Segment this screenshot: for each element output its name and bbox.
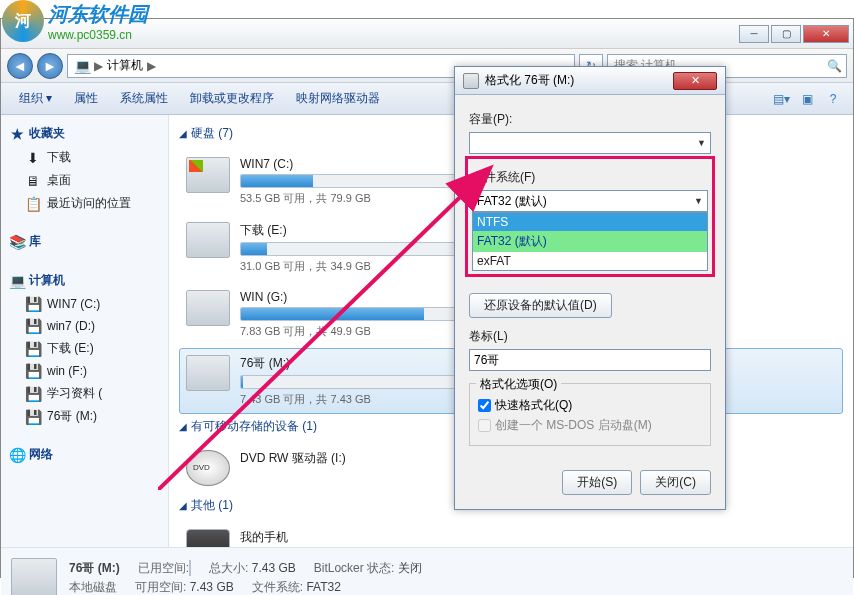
- help-icon[interactable]: ?: [821, 87, 845, 111]
- dialog-icon: [463, 73, 479, 89]
- option-ntfs[interactable]: NTFS: [473, 213, 707, 231]
- drive-icon: 💾: [25, 409, 41, 425]
- sidebar-item-desktop[interactable]: 🖥桌面: [3, 169, 166, 192]
- option-fat32[interactable]: FAT32 (默认): [473, 231, 707, 252]
- preview-pane-icon[interactable]: ▣: [795, 87, 819, 111]
- format-dialog: 格式化 76哥 (M:) ✕ 容量(P): ▼ 文件系统(F) FAT32 (默…: [454, 66, 726, 510]
- dvd-icon: [186, 450, 230, 486]
- sidebar-drive-d[interactable]: 💾win7 (D:): [3, 315, 166, 337]
- msdos-checkbox[interactable]: 创建一个 MS-DOS 启动盘(M): [478, 417, 702, 434]
- drive-icon: 💾: [25, 318, 41, 334]
- capacity-bar: [240, 307, 460, 321]
- collapse-icon: ◢: [179, 500, 187, 511]
- dialog-titlebar: 格式化 76哥 (M:) ✕: [455, 67, 725, 95]
- minimize-button[interactable]: ─: [739, 25, 769, 43]
- chevron-down-icon: ▼: [697, 138, 706, 148]
- drive-icon: [11, 558, 57, 596]
- sidebar: ★收藏夹 ⬇下载 🖥桌面 📋最近访问的位置 📚库 💻计算机 💾WIN7 (C:)…: [1, 115, 169, 547]
- organize-menu[interactable]: 组织 ▾: [9, 86, 62, 111]
- capacity-bar: [240, 375, 460, 389]
- capacity-bar: [240, 174, 460, 188]
- network-icon: 🌐: [9, 447, 25, 463]
- drive-item-phone[interactable]: 我的手机 系统文件夹: [179, 522, 843, 547]
- drive-icon: 💾: [25, 296, 41, 312]
- status-name: 76哥 (M:): [69, 560, 120, 577]
- phone-icon: [186, 529, 230, 547]
- drive-icon: 💾: [25, 386, 41, 402]
- sidebar-drive-e[interactable]: 💾下载 (E:): [3, 337, 166, 360]
- capacity-select[interactable]: ▼: [469, 132, 711, 154]
- watermark-title: 河东软件园: [48, 1, 148, 28]
- format-options-group: 格式化选项(O) 快速格式化(Q) 创建一个 MS-DOS 启动盘(M): [469, 383, 711, 446]
- drive-name: 我的手机: [240, 529, 836, 546]
- volume-label: 卷标(L): [469, 328, 711, 345]
- view-options-icon[interactable]: ▤▾: [769, 87, 793, 111]
- properties-button[interactable]: 属性: [64, 86, 108, 111]
- download-icon: ⬇: [25, 150, 41, 166]
- sidebar-drive-study[interactable]: 💾学习资料 (: [3, 382, 166, 405]
- collapse-icon: ◢: [179, 128, 187, 139]
- recent-icon: 📋: [25, 196, 41, 212]
- forward-button[interactable]: ►: [37, 53, 63, 79]
- quick-format-checkbox[interactable]: 快速格式化(Q): [478, 397, 702, 414]
- breadcrumb-sep: ▶: [94, 59, 103, 73]
- sidebar-item-recent[interactable]: 📋最近访问的位置: [3, 192, 166, 215]
- watermark-logo-icon: 河: [2, 0, 44, 42]
- filesystem-select[interactable]: FAT32 (默认) ▼ NTFS FAT32 (默认) exFAT: [472, 190, 708, 212]
- drive-icon: [186, 222, 230, 258]
- status-type: 本地磁盘: [69, 579, 117, 596]
- sidebar-drive-m[interactable]: 💾76哥 (M:): [3, 405, 166, 428]
- chevron-down-icon: ▼: [694, 196, 703, 206]
- desktop-icon: 🖥: [25, 173, 41, 189]
- capacity-bar: [240, 242, 460, 256]
- used-space-bar: [189, 560, 191, 576]
- back-button[interactable]: ◄: [7, 53, 33, 79]
- network-header[interactable]: 🌐网络: [3, 442, 166, 467]
- map-drive-button[interactable]: 映射网络驱动器: [286, 86, 390, 111]
- dialog-close-button[interactable]: ✕: [673, 72, 717, 90]
- restore-defaults-button[interactable]: 还原设备的默认值(D): [469, 293, 612, 318]
- sidebar-item-downloads[interactable]: ⬇下载: [3, 146, 166, 169]
- computer-icon: 💻: [74, 58, 90, 74]
- watermark-url: www.pc0359.cn: [48, 28, 148, 42]
- library-icon: 📚: [9, 234, 25, 250]
- sidebar-drive-f[interactable]: 💾win (F:): [3, 360, 166, 382]
- filesystem-highlight: 文件系统(F) FAT32 (默认) ▼ NTFS FAT32 (默认) exF…: [465, 156, 715, 277]
- computer-icon: 💻: [9, 273, 25, 289]
- dialog-title: 格式化 76哥 (M:): [485, 72, 574, 89]
- capacity-label: 容量(P):: [469, 111, 711, 128]
- option-exfat[interactable]: exFAT: [473, 252, 707, 270]
- filesystem-dropdown: NTFS FAT32 (默认) exFAT: [472, 212, 708, 271]
- breadcrumb-sep: ▶: [147, 59, 156, 73]
- start-button[interactable]: 开始(S): [562, 470, 632, 495]
- drive-icon: [186, 355, 230, 391]
- collapse-icon: ◢: [179, 421, 187, 432]
- maximize-button[interactable]: ▢: [771, 25, 801, 43]
- breadcrumb-path: 计算机: [107, 57, 143, 74]
- drive-icon: 💾: [25, 341, 41, 357]
- options-legend: 格式化选项(O): [476, 376, 561, 393]
- search-icon: 🔍: [827, 59, 842, 73]
- close-button[interactable]: 关闭(C): [640, 470, 711, 495]
- sidebar-drive-c[interactable]: 💾WIN7 (C:): [3, 293, 166, 315]
- favorites-header[interactable]: ★收藏夹: [3, 121, 166, 146]
- filesystem-label: 文件系统(F): [472, 169, 708, 186]
- computer-header[interactable]: 💻计算机: [3, 268, 166, 293]
- drive-icon: [186, 157, 230, 193]
- star-icon: ★: [9, 126, 25, 142]
- status-bar: 76哥 (M:) 已用空间: 总大小: 7.43 GB BitLocker 状态…: [1, 547, 853, 595]
- system-properties-button[interactable]: 系统属性: [110, 86, 178, 111]
- volume-input[interactable]: [469, 349, 711, 371]
- libraries-header[interactable]: 📚库: [3, 229, 166, 254]
- drive-icon: 💾: [25, 363, 41, 379]
- close-button[interactable]: ✕: [803, 25, 849, 43]
- drive-icon: [186, 290, 230, 326]
- uninstall-button[interactable]: 卸载或更改程序: [180, 86, 284, 111]
- watermark: 河 河东软件园 www.pc0359.cn: [2, 0, 148, 42]
